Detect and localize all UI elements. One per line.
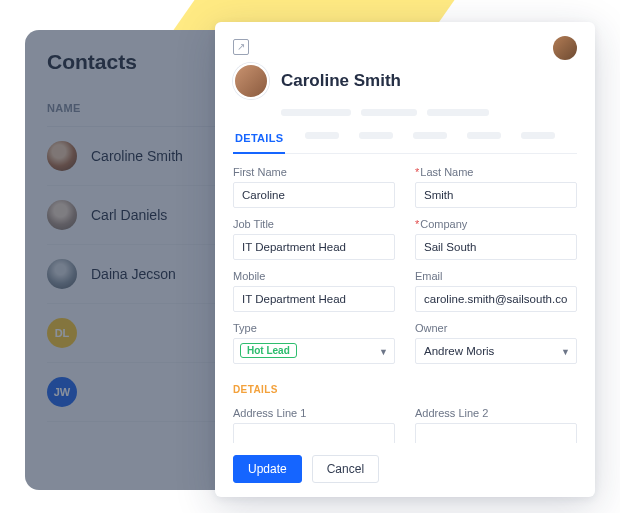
input-address-2[interactable] xyxy=(415,423,577,444)
label-first-name: First Name xyxy=(233,166,395,178)
input-last-name[interactable] xyxy=(415,182,577,208)
field-last-name: Last Name xyxy=(415,166,577,208)
input-company[interactable] xyxy=(415,234,577,260)
panel-title: Caroline Smith xyxy=(281,71,401,91)
tab-placeholder xyxy=(467,132,501,139)
label-last-name: Last Name xyxy=(415,166,577,178)
label-address-1: Address Line 1 xyxy=(233,407,395,419)
avatar xyxy=(47,141,77,171)
label-type: Type xyxy=(233,322,395,334)
tab-bar: DETAILS xyxy=(233,132,577,154)
tab-placeholder xyxy=(305,132,339,139)
field-email: Email xyxy=(415,270,577,312)
field-address-1: Address Line 1 xyxy=(233,407,395,444)
label-mobile: Mobile xyxy=(233,270,395,282)
input-first-name[interactable] xyxy=(233,182,395,208)
field-mobile: Mobile xyxy=(233,270,395,312)
skeleton-placeholder xyxy=(281,109,553,116)
label-job-title: Job Title xyxy=(233,218,395,230)
avatar: JW xyxy=(47,377,77,407)
field-first-name: First Name xyxy=(233,166,395,208)
select-type[interactable]: Hot Lead xyxy=(233,338,395,364)
contact-name: Carl Daniels xyxy=(91,207,167,223)
tab-placeholder xyxy=(359,132,393,139)
update-button[interactable]: Update xyxy=(233,455,302,483)
input-mobile[interactable] xyxy=(233,286,395,312)
field-address-2: Address Line 2 xyxy=(415,407,577,444)
panel-footer: Update Cancel xyxy=(233,443,577,483)
tab-details[interactable]: DETAILS xyxy=(233,132,285,154)
tab-placeholder xyxy=(521,132,555,139)
field-company: Company xyxy=(415,218,577,260)
current-user-avatar[interactable] xyxy=(553,36,577,60)
contact-name: Caroline Smith xyxy=(91,148,183,164)
avatar xyxy=(47,200,77,230)
input-email[interactable] xyxy=(415,286,577,312)
label-address-2: Address Line 2 xyxy=(415,407,577,419)
field-job-title: Job Title xyxy=(233,218,395,260)
input-job-title[interactable] xyxy=(233,234,395,260)
field-type: Type Hot Lead ▼ xyxy=(233,322,395,364)
contact-name: Daina Jecson xyxy=(91,266,176,282)
input-address-1[interactable] xyxy=(233,423,395,444)
form-grid: First Name Last Name Job Title Company M… xyxy=(233,166,577,444)
label-email: Email xyxy=(415,270,577,282)
tab-placeholder xyxy=(413,132,447,139)
label-company: Company xyxy=(415,218,577,230)
section-header-details: DETAILS xyxy=(233,384,577,395)
avatar xyxy=(47,259,77,289)
column-name: NAME xyxy=(47,102,81,114)
avatar: DL xyxy=(47,318,77,348)
select-owner[interactable] xyxy=(415,338,577,364)
contact-detail-panel: ↗ Caroline Smith DETAILS First Name xyxy=(215,22,595,497)
tag-hot-lead: Hot Lead xyxy=(240,343,297,358)
cancel-button[interactable]: Cancel xyxy=(312,455,379,483)
field-owner: Owner ▼ xyxy=(415,322,577,364)
label-owner: Owner xyxy=(415,322,577,334)
popout-icon[interactable]: ↗ xyxy=(233,39,249,55)
avatar xyxy=(233,63,269,99)
